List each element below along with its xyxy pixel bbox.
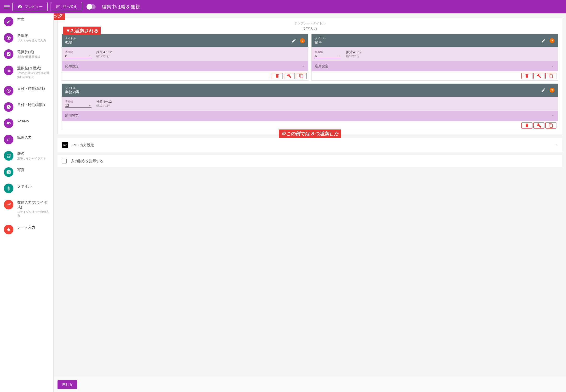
attachment-icon (4, 183, 14, 193)
edit-icon[interactable] (541, 88, 546, 93)
annotation-1: ◀1.クリック (54, 14, 65, 20)
width-label: 専有幅 (65, 50, 91, 54)
sidebar-item-datetime-range[interactable]: 日付・時刻(期間) (0, 99, 53, 115)
edit-icon[interactable] (291, 38, 296, 43)
star-icon (4, 225, 14, 234)
delete-button[interactable] (521, 73, 533, 79)
chevron-down-icon (301, 65, 305, 68)
help-icon[interactable]: ? (550, 38, 554, 43)
width-recommend-sub: 幅12で1行 (96, 54, 112, 58)
width-select[interactable]: 専有幅 6 (315, 50, 341, 58)
dropdown-icon (88, 54, 91, 58)
sidebar-item-label: 選択肢(２層式) (17, 66, 50, 70)
delete-button[interactable] (272, 73, 283, 79)
clock-icon (4, 86, 14, 96)
radio-icon (4, 33, 14, 42)
copy-button[interactable] (296, 73, 307, 79)
sidebar: 本文 選択肢リストから選んで入力 選択肢(複)上記の複数回答版 選択肢(２層式)… (0, 14, 54, 392)
advanced-settings-toggle[interactable]: 応用設定 (62, 61, 308, 71)
sidebar-item-desc: リストから選んで入力 (17, 39, 46, 42)
sidebar-item-label: 署名 (17, 152, 46, 156)
width-recommend-sub: 幅12で1行 (346, 54, 361, 58)
sidebar-item-desc: 直筆サインやイラスト (17, 156, 46, 161)
width-recommend: 推奨:4〜12 (96, 50, 112, 54)
template-title: 文字入力 (61, 27, 558, 31)
sidebar-item-label: 選択肢 (17, 33, 46, 38)
title-label: タイトル (65, 37, 289, 40)
help-icon[interactable]: ? (550, 88, 554, 93)
input-order-row[interactable]: 入力順序を指示する (58, 155, 562, 167)
input-order-checkbox[interactable] (62, 159, 67, 163)
sidebar-item-multichoice[interactable]: 選択肢(複)上記の複数回答版 (0, 46, 53, 62)
pencil-icon (4, 17, 14, 26)
settings-button[interactable] (284, 73, 295, 79)
trending-icon (4, 200, 14, 210)
sidebar-item-label: 日付・時刻(単独) (17, 86, 45, 91)
settings-button[interactable] (533, 73, 544, 79)
width-label: 専有幅 (315, 50, 341, 54)
dropdown-icon (88, 104, 91, 107)
menu-button[interactable] (4, 4, 10, 10)
sidebar-item-label: 範囲入力 (17, 135, 32, 140)
sidebar-item-file[interactable]: ファイル (0, 180, 53, 196)
sidebar-item-signature[interactable]: 署名直筆サインやイラスト (0, 148, 53, 164)
card-title: 備考 (315, 40, 539, 45)
chevron-down-icon (551, 114, 554, 117)
advanced-label: 応用設定 (65, 64, 79, 69)
toggle-label: 編集中は幅を無視 (102, 4, 140, 10)
ignore-width-toggle[interactable] (87, 4, 96, 9)
sidebar-item-range[interactable]: 範囲入力 (0, 131, 53, 148)
sidebar-item-desc: 1つめの選択で2つ目の選択肢が変わる (17, 71, 50, 79)
sort-button[interactable]: 並べ替え (51, 2, 82, 11)
help-icon[interactable]: ? (300, 38, 305, 43)
title-label: タイトル (315, 37, 539, 40)
sidebar-item-label: 選択肢(複) (17, 50, 40, 54)
width-value: 6 (315, 54, 317, 58)
width-recommend-sub: 幅12で1行 (96, 104, 112, 108)
sort-label: 並べ替え (63, 5, 77, 9)
sidebar-item-rate[interactable]: レート入力 (0, 221, 53, 238)
width-select[interactable]: 専有幅 12 (65, 100, 91, 108)
sidebar-item-datetime-single[interactable]: 日付・時刻(単独) (0, 83, 53, 99)
input-order-label: 入力順序を指示する (71, 159, 558, 163)
preview-button[interactable]: プレビュー (13, 2, 48, 11)
pdf-label: PDF出力設定 (72, 143, 550, 147)
advanced-label: 応用設定 (65, 114, 79, 118)
advanced-settings-toggle[interactable]: 応用設定 (62, 111, 558, 121)
chevron-down-icon (554, 143, 558, 147)
sidebar-item-label: Yes/No (17, 119, 29, 123)
width-select[interactable]: 専有幅 6 (65, 50, 91, 58)
edit-icon[interactable] (541, 38, 546, 43)
sidebar-item-photo[interactable]: 写真 (0, 164, 53, 180)
sidebar-item-label: 日付・時刻(期間) (17, 103, 45, 107)
copy-button[interactable] (545, 73, 556, 79)
dropdown-icon (338, 54, 341, 58)
advanced-settings-toggle[interactable]: 応用設定 (312, 61, 558, 71)
settings-button[interactable] (533, 122, 544, 128)
template-title-label: テンプレートタイトル (61, 21, 558, 26)
pdf-settings-accordion[interactable]: PDF PDF出力設定 (58, 138, 562, 152)
field-card: タイトル 備考 ? 専有幅 6 推奨:4〜12幅12で1行 (311, 34, 558, 81)
sidebar-item-label: 写真 (17, 168, 24, 172)
card-title: 業務内容 (65, 90, 539, 94)
sidebar-item-slider[interactable]: 数値入力(スライダ式)スライダを使った数値入力 (0, 196, 53, 221)
chevron-down-icon (551, 65, 554, 68)
sidebar-item-yesno[interactable]: Yes/No (0, 115, 53, 131)
width-recommend: 推奨:4〜12 (96, 99, 112, 104)
preview-label: プレビュー (25, 5, 43, 9)
camera-icon (4, 167, 14, 177)
sidebar-item-choice[interactable]: 選択肢リストから選んで入力 (0, 30, 53, 46)
sidebar-item-label: 本文 (17, 17, 24, 22)
field-card: タイトル 概要 ? 専有幅 6 推奨:4〜12幅12で1行 (61, 34, 308, 81)
checklist-icon (4, 66, 14, 75)
eye-icon (17, 4, 22, 9)
delete-button[interactable] (521, 122, 533, 128)
checkbox-icon (4, 49, 14, 59)
copy-button[interactable] (545, 122, 556, 128)
toggle-icon (4, 118, 14, 128)
sidebar-item-desc: スライダを使った数値入力 (17, 210, 50, 218)
close-button[interactable]: 閉じる (58, 380, 77, 389)
card-title: 概要 (65, 40, 289, 45)
sidebar-item-text[interactable]: 本文 (0, 14, 53, 30)
sidebar-item-two-tier[interactable]: 選択肢(２層式)1つめの選択で2つ目の選択肢が変わる (0, 62, 53, 83)
